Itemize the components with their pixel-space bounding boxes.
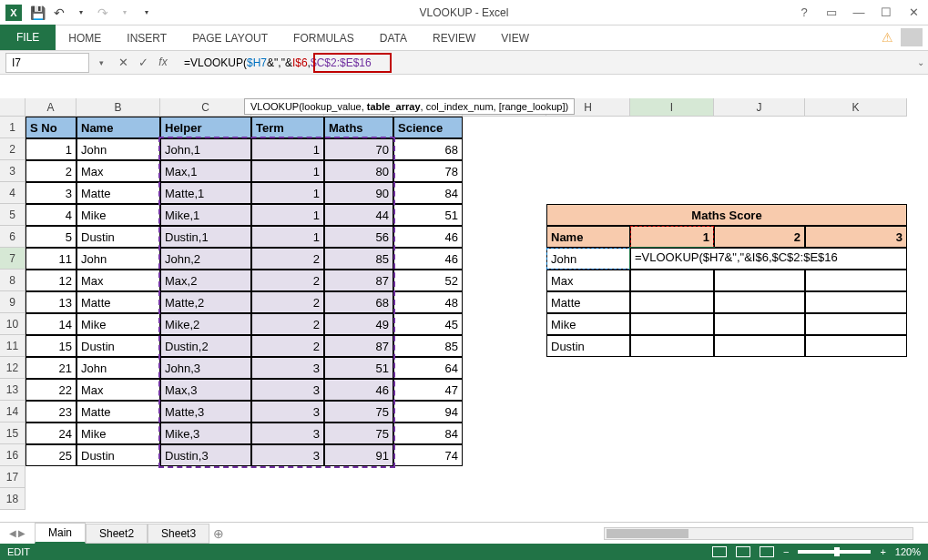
help-icon[interactable]: ?: [793, 4, 815, 22]
cell-r13-c5[interactable]: 47: [393, 379, 463, 401]
lookup-header-2[interactable]: 2: [714, 226, 805, 248]
lookup-cell-r3-c10[interactable]: [805, 313, 907, 335]
lookup-cell-r3-c8[interactable]: [630, 313, 714, 335]
cell-r16-c5[interactable]: 74: [393, 444, 463, 466]
row-header-7[interactable]: 7: [0, 248, 25, 270]
cell-r7-c3[interactable]: 2: [251, 248, 324, 270]
cell-r6-c2[interactable]: Dustin,1: [160, 226, 251, 248]
row-header-9[interactable]: 9: [0, 291, 25, 313]
tab-formulas[interactable]: FORMULAS: [280, 26, 367, 50]
lookup-cell-r2-c8[interactable]: [630, 291, 714, 313]
sheet-tab-sheet3[interactable]: Sheet3: [148, 524, 209, 544]
cell-r14-c5[interactable]: 94: [393, 401, 463, 423]
cell-r5-c5[interactable]: 51: [393, 204, 463, 226]
cell-r3-c5[interactable]: 78: [393, 160, 463, 182]
lookup-cell-r1-c8[interactable]: [630, 270, 714, 291]
cell-r6-c0[interactable]: 5: [25, 226, 76, 248]
cell-r11-c5[interactable]: 85: [393, 335, 463, 357]
row-header-1[interactable]: 1: [0, 117, 25, 138]
tab-review[interactable]: REVIEW: [420, 26, 488, 50]
cell-r2-c2[interactable]: John,1: [160, 138, 251, 160]
lookup-header-3[interactable]: 3: [805, 226, 907, 248]
cell-r9-c0[interactable]: 13: [25, 291, 76, 313]
cell-r11-c3[interactable]: 2: [251, 335, 324, 357]
cell-r15-c1[interactable]: Mike: [76, 423, 160, 444]
cell-r5-c2[interactable]: Mike,1: [160, 204, 251, 226]
formula-input[interactable]: =VLOOKUP($H7&","&I$6,$C$2:$E$16: [178, 55, 913, 71]
lookup-name-2[interactable]: Matte: [546, 291, 630, 313]
cell-r9-c2[interactable]: Matte,2: [160, 291, 251, 313]
cell-r12-c5[interactable]: 64: [393, 357, 463, 379]
cell-r5-c1[interactable]: Mike: [76, 204, 160, 226]
cell-r6-c5[interactable]: 46: [393, 226, 463, 248]
cell-r4-c2[interactable]: Matte,1: [160, 182, 251, 204]
qat-customize-icon[interactable]: ▾: [137, 3, 157, 23]
cell-r8-c2[interactable]: Max,2: [160, 270, 251, 291]
row-header-5[interactable]: 5: [0, 204, 25, 226]
cell-r8-c5[interactable]: 52: [393, 270, 463, 291]
cell-r5-c4[interactable]: 44: [324, 204, 393, 226]
main-header-0[interactable]: S No: [25, 117, 76, 138]
cell-r16-c2[interactable]: Dustin,3: [160, 444, 251, 466]
insert-function-icon[interactable]: fx: [155, 56, 171, 69]
col-header-B[interactable]: B: [76, 98, 160, 117]
cell-r12-c3[interactable]: 3: [251, 357, 324, 379]
lookup-header-1[interactable]: 1: [630, 226, 714, 248]
col-header-K[interactable]: K: [805, 98, 907, 117]
cell-r3-c1[interactable]: Max: [76, 160, 160, 182]
main-header-5[interactable]: Science: [393, 117, 463, 138]
cell-r7-c4[interactable]: 85: [324, 248, 393, 270]
sheet-nav-prev-icon[interactable]: ◀: [9, 528, 16, 538]
cell-r15-c2[interactable]: Mike,3: [160, 423, 251, 444]
lookup-cell-r2-c9[interactable]: [714, 291, 805, 313]
lookup-cell-r1-c10[interactable]: [805, 270, 907, 291]
lookup-cell-r2-c10[interactable]: [805, 291, 907, 313]
row-header-10[interactable]: 10: [0, 313, 25, 335]
row-header-18[interactable]: 18: [0, 488, 25, 510]
col-header-J[interactable]: J: [714, 98, 805, 117]
cell-r10-c0[interactable]: 14: [25, 313, 76, 335]
zoom-in-icon[interactable]: +: [880, 546, 885, 557]
cell-r2-c1[interactable]: John: [76, 138, 160, 160]
cell-r14-c2[interactable]: Matte,3: [160, 401, 251, 423]
enter-formula-icon[interactable]: ✓: [135, 56, 151, 69]
redo-icon[interactable]: ↷: [93, 3, 113, 23]
row-header-8[interactable]: 8: [0, 270, 25, 291]
main-header-1[interactable]: Name: [76, 117, 160, 138]
lookup-cell-r3-c9[interactable]: [714, 313, 805, 335]
cell-r15-c4[interactable]: 75: [324, 423, 393, 444]
cell-r12-c2[interactable]: John,3: [160, 357, 251, 379]
cell-r11-c0[interactable]: 15: [25, 335, 76, 357]
cell-r12-c4[interactable]: 51: [324, 357, 393, 379]
zoom-level[interactable]: 120%: [895, 546, 921, 557]
undo-dropdown-icon[interactable]: ▾: [71, 3, 91, 23]
tab-page-layout[interactable]: PAGE LAYOUT: [179, 26, 280, 50]
cell-r2-c3[interactable]: 1: [251, 138, 324, 160]
cell-r2-c5[interactable]: 68: [393, 138, 463, 160]
cell-r4-c1[interactable]: Matte: [76, 182, 160, 204]
cell-r3-c2[interactable]: Max,1: [160, 160, 251, 182]
cell-r16-c1[interactable]: Dustin: [76, 444, 160, 466]
cell-r5-c0[interactable]: 4: [25, 204, 76, 226]
ribbon-options-icon[interactable]: ▭: [821, 4, 842, 22]
cell-r16-c4[interactable]: 91: [324, 444, 393, 466]
lookup-header-0[interactable]: Name: [546, 226, 630, 248]
row-header-13[interactable]: 13: [0, 379, 25, 401]
maximize-icon[interactable]: ☐: [875, 4, 897, 22]
undo-icon[interactable]: ↶: [49, 3, 69, 23]
cell-r13-c3[interactable]: 3: [251, 379, 324, 401]
cell-r8-c3[interactable]: 2: [251, 270, 324, 291]
worksheet-grid[interactable]: ABCDEFGHIJK 123456789101112131415161718 …: [0, 75, 928, 522]
user-avatar-icon[interactable]: [901, 28, 923, 46]
cell-r9-c1[interactable]: Matte: [76, 291, 160, 313]
col-header-I[interactable]: I: [630, 98, 714, 117]
row-header-16[interactable]: 16: [0, 444, 25, 466]
col-header-A[interactable]: A: [25, 98, 76, 117]
cell-r6-c3[interactable]: 1: [251, 226, 324, 248]
formula-bar-expand-icon[interactable]: ⌄: [913, 57, 928, 67]
sheet-nav-next-icon[interactable]: ▶: [18, 528, 25, 538]
cell-r12-c1[interactable]: John: [76, 357, 160, 379]
row-header-14[interactable]: 14: [0, 401, 25, 423]
lookup-name-3[interactable]: Mike: [546, 313, 630, 335]
cell-r7-c5[interactable]: 46: [393, 248, 463, 270]
